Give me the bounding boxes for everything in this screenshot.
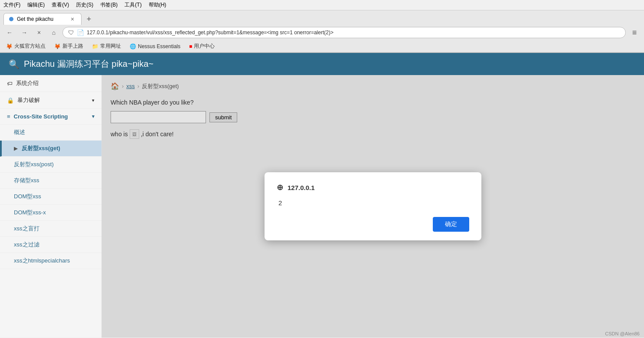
dialog-overlay: ⊕ 127.0.0.1 2 确定	[102, 75, 644, 338]
menu-view[interactable]: 查看(V)	[52, 1, 69, 9]
sidebar-sub-reflected-post[interactable]: 反射型xss(post)	[0, 157, 101, 173]
bookmark-label-5: 用户中心	[194, 43, 215, 50]
dialog-content: 2	[277, 199, 469, 207]
bookmarks-bar: 🦊 火狐官方站点 🦊 新手上路 📁 常用网址 🌐 Nessus Essentia…	[0, 40, 644, 53]
sidebar-sub-label-dom-xss-x: DOM型xss-x	[14, 209, 46, 217]
menu-history[interactable]: 历史(S)	[76, 1, 93, 9]
url-bar[interactable]: 🛡 📄 127.0.0.1/pikachu-master/vul/xss/xss…	[62, 27, 626, 38]
menu-bookmarks[interactable]: 书签(B)	[100, 1, 118, 9]
globe-icon: 🌐	[130, 43, 136, 49]
sidebar-sub-xss-filter[interactable]: xss之过滤	[0, 237, 101, 253]
sidebar-sub-xss-htmlspecialchars[interactable]: xss之htmlspecialchars	[0, 253, 101, 269]
dialog-footer: 确定	[277, 217, 469, 232]
sidebar-sub-reflected-get[interactable]: ▶ 反射型xss(get)	[0, 141, 101, 157]
menu-tools[interactable]: 工具(T)	[124, 1, 141, 9]
page-icon: 📄	[77, 29, 84, 36]
sidebar-sub-label-reflected-get: 反射型xss(get)	[22, 144, 60, 152]
main-layout: 🏷 系统介绍 🔒 暴力破解 ▾ ≡ Cross-Site Scripting ▾…	[0, 75, 644, 338]
sidebar-item-system-intro[interactable]: 🏷 系统介绍	[0, 75, 101, 92]
menu-bar: 文件(F) 编辑(E) 查看(V) 历史(S) 书签(B) 工具(T) 帮助(H…	[0, 0, 644, 10]
tab-bar: Get the pikachu × +	[0, 10, 644, 25]
browser-chrome: Get the pikachu × + ← → × ⌂ 🛡 📄 127.0.0.…	[0, 10, 644, 53]
page-footer: CSDN @Alen86	[605, 331, 640, 336]
bookmark-user-center[interactable]: ■ 用户中心	[186, 42, 217, 51]
back-button[interactable]: ←	[3, 26, 16, 39]
sidebar-sub-dom-xss-x[interactable]: DOM型xss-x	[0, 205, 101, 221]
content-area: 🏠 › xss › 反射型xss(get) Which NBA player d…	[102, 75, 644, 338]
sidebar-sub-label-overview: 概述	[14, 128, 25, 136]
lock-icon: 🔒	[7, 97, 14, 104]
app-title: Pikachu 漏洞练习平台 pika~pika~	[24, 58, 154, 70]
sidebar-sub-stored-xss[interactable]: 存储型xss	[0, 173, 101, 189]
sidebar-sub-label-xss-blind: xss之盲打	[14, 225, 39, 233]
bookmark-newbie[interactable]: 🦊 新手上路	[52, 42, 86, 51]
home-button[interactable]: ⌂	[48, 26, 60, 39]
sidebar: 🏷 系统介绍 🔒 暴力破解 ▾ ≡ Cross-Site Scripting ▾…	[0, 75, 102, 338]
sidebar-label-system-intro: 系统介绍	[16, 79, 39, 87]
stop-button[interactable]: ×	[33, 26, 45, 39]
firefox-icon: 🦊	[6, 43, 13, 49]
sidebar-item-brute-force[interactable]: 🔒 暴力破解 ▾	[0, 92, 101, 109]
tag-icon: 🏷	[7, 80, 13, 87]
footer-text: CSDN @Alen86	[605, 331, 640, 336]
sidebar-sub-label-dom-xss: DOM型xss	[14, 193, 41, 200]
browser-tab[interactable]: Get the pikachu ×	[3, 13, 82, 25]
menu-help[interactable]: 帮助(H)	[149, 1, 167, 9]
header-search-icon: 🔍	[9, 59, 20, 69]
nav-bar: ← → × ⌂ 🛡 📄 127.0.0.1/pikachu-master/vul…	[0, 25, 644, 40]
bookmark-label-2: 新手上路	[62, 43, 83, 50]
bookmark-firefox-official[interactable]: 🦊 火狐官方站点	[3, 42, 48, 51]
sidebar-label-xss: Cross-Site Scripting	[14, 113, 68, 120]
sidebar-label-brute-force: 暴力破解	[17, 96, 40, 104]
tab-title: Get the pikachu	[17, 16, 65, 22]
dialog-header: ⊕ 127.0.0.1	[277, 183, 469, 192]
chevron-down-icon: ▾	[92, 98, 95, 103]
bookmark-label-3: 常用网址	[100, 43, 121, 50]
user-center-icon: ■	[189, 43, 192, 49]
tab-favicon	[9, 17, 13, 21]
new-tab-button[interactable]: +	[83, 13, 95, 25]
forward-button[interactable]: →	[18, 26, 30, 39]
sidebar-sub-label-stored-xss: 存储型xss	[14, 177, 39, 184]
menu-file[interactable]: 文件(F)	[3, 1, 20, 9]
url-text: 127.0.0.1/pikachu-master/vul/xss/xss_ref…	[87, 30, 620, 36]
sub-arrow-icon: ▶	[14, 146, 17, 151]
sidebar-sub-label-xss-htmlspecialchars: xss之htmlspecialchars	[14, 257, 70, 265]
sidebar-sub-overview[interactable]: 概述	[0, 125, 101, 141]
sidebar-sub-xss-blind[interactable]: xss之盲打	[0, 221, 101, 237]
firefox-icon-2: 🦊	[54, 43, 61, 49]
folder-icon: 📁	[92, 43, 98, 49]
bookmark-label-4: Nessus Essentials	[138, 43, 180, 49]
security-shield-icon: 🛡	[68, 29, 74, 36]
bookmark-common[interactable]: 📁 常用网址	[89, 42, 124, 51]
list-icon: ≡	[7, 113, 10, 120]
dialog-box: ⊕ 127.0.0.1 2 确定	[265, 172, 481, 240]
dialog-title: 127.0.0.1	[288, 184, 315, 191]
dialog-ok-button[interactable]: 确定	[433, 217, 469, 232]
dialog-globe-icon: ⊕	[277, 183, 283, 192]
bookmark-label: 火狐官方站点	[14, 43, 46, 50]
sidebar-item-xss-header[interactable]: ≡ Cross-Site Scripting ▾	[0, 109, 101, 125]
sidebar-sub-label-xss-filter: xss之过滤	[14, 241, 39, 249]
browser-menu-button[interactable]: ≡	[628, 26, 641, 39]
sidebar-sub-dom-xss[interactable]: DOM型xss	[0, 189, 101, 205]
app-header: 🔍 Pikachu 漏洞练习平台 pika~pika~	[0, 53, 644, 75]
bookmark-nessus[interactable]: 🌐 Nessus Essentials	[127, 43, 183, 50]
menu-edit[interactable]: 编辑(E)	[27, 1, 45, 9]
chevron-up-icon: ▾	[92, 114, 95, 119]
tab-close-button[interactable]: ×	[69, 16, 76, 23]
sidebar-sub-label-reflected-post: 反射型xss(post)	[14, 161, 54, 168]
